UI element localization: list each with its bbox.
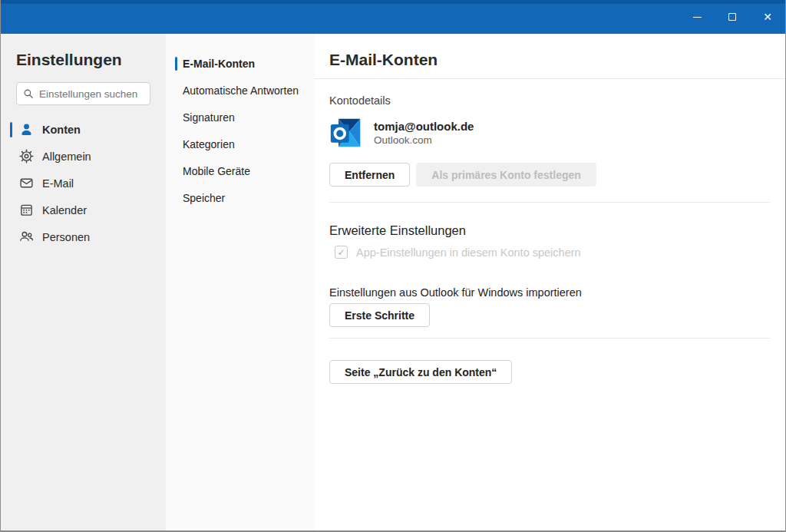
subnav-item-signaturen[interactable]: Signaturen [166,104,315,131]
subnav-item-label: Mobile Geräte [183,165,250,177]
mail-icon [18,176,34,191]
settings-sidebar: Einstellungen Konten [1,34,166,530]
page-title: E-Mail-Konten [329,51,770,69]
account-details-heading: Kontodetails [329,94,770,107]
outlook-settings-window: ✕ Einstellungen [0,0,786,532]
account-row: tomja@outlook.de Outlook.com [329,116,770,150]
close-icon: ✕ [763,12,772,22]
settings-title: Einstellungen [16,51,166,69]
minimize-button[interactable] [679,0,715,34]
calendar-icon [18,203,34,218]
save-app-settings-row: ✓ App-Einstellungen in diesem Konto spei… [335,246,770,259]
save-app-settings-checkbox[interactable]: ✓ [335,246,348,259]
import-settings-label: Einstellungen aus Outlook für Windows im… [329,286,770,299]
subnav-item-automatische-antworten[interactable]: Automatische Antworten [166,77,315,104]
sidebar-item-label: Konten [42,124,81,136]
section-divider [329,338,770,339]
settings-body: Einstellungen Konten [1,34,785,530]
advanced-settings-heading: Erweiterte Einstellungen [329,223,770,238]
settings-search-input[interactable] [39,88,144,100]
subnav-item-label: E-Mail-Konten [183,58,255,70]
get-started-button[interactable]: Erste Schritte [329,303,430,327]
subnav-item-label: Automatische Antworten [183,84,299,97]
checkmark-icon: ✓ [337,247,345,258]
sidebar-item-label: Personen [42,231,90,243]
sidebar-item-konten[interactable]: Konten [1,116,166,143]
sidebar-item-label: Kalender [42,204,87,216]
person-icon [18,122,34,137]
gear-icon [18,149,34,164]
close-button[interactable]: ✕ [750,0,785,34]
sidebar-nav: Konten [1,116,166,250]
minimize-icon [693,17,702,18]
titlebar: ✕ [1,0,785,34]
maximize-icon [728,13,736,21]
back-to-accounts-button[interactable]: Seite „Zurück zu den Konten“ [329,360,512,384]
sidebar-item-kalender[interactable]: Kalender [1,197,166,223]
people-icon [18,230,34,245]
outlook-logo-icon [329,116,363,150]
sidebar-item-personen[interactable]: Personen [1,223,166,250]
subnav-item-label: Speicher [183,192,225,204]
subnav-item-kategorien[interactable]: Kategorien [166,131,315,157]
sidebar-item-label: E-Mail [42,177,74,190]
settings-search-box[interactable] [16,82,150,105]
sidebar-item-email[interactable]: E-Mail [1,170,166,197]
subnav-item-mobile-geraete[interactable]: Mobile Geräte [166,157,315,184]
section-divider [329,202,770,203]
settings-content: E-Mail-Konten Kontodetails [315,34,785,530]
subnav-item-label: Signaturen [183,111,235,124]
account-provider: Outlook.com [374,134,474,146]
save-app-settings-label: App-Einstellungen in diesem Konto speich… [356,246,581,259]
account-info: tomja@outlook.de Outlook.com [374,120,474,146]
subnav-item-label: Kategorien [183,138,235,150]
account-buttons: Entfernen Als primäres Konto festlegen [329,163,770,187]
selected-indicator [10,122,12,137]
account-email: tomja@outlook.de [374,120,474,133]
set-primary-account-button[interactable]: Als primäres Konto festlegen [416,163,596,187]
sidebar-item-label: Allgemein [42,150,91,163]
subnav-item-email-konten[interactable]: E-Mail-Konten [166,50,315,77]
maximize-button[interactable] [715,0,750,34]
sidebar-item-allgemein[interactable]: Allgemein [1,143,166,170]
account-subnav: E-Mail-Konten Automatische Antworten Sig… [166,34,315,530]
content-header: E-Mail-Konten [315,34,785,79]
remove-account-button[interactable]: Entfernen [329,163,410,187]
search-icon [23,88,34,99]
selected-indicator [175,57,177,71]
subnav-item-speicher[interactable]: Speicher [166,184,315,211]
